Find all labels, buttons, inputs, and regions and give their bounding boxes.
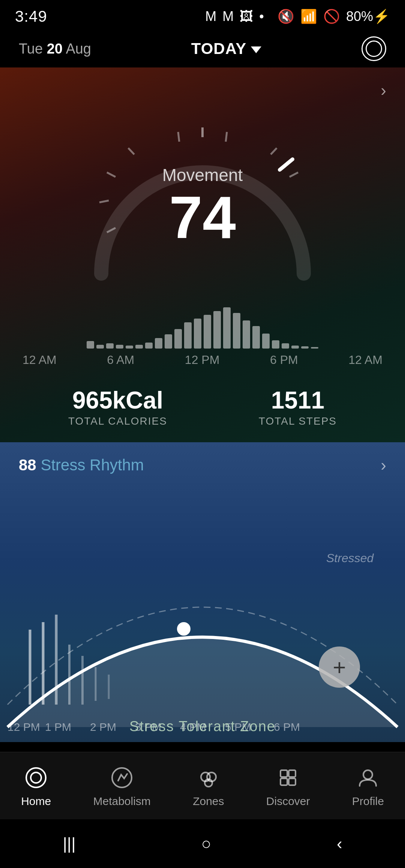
app-header: Tue 20 Aug TODAY <box>0 30 405 67</box>
status-icons: M M 🖼 • 🔇 📶 🚫 80%⚡ <box>205 9 390 24</box>
system-nav: ||| ○ ‹ <box>0 819 405 868</box>
movement-value: 74 <box>169 187 236 247</box>
chevron-down-icon <box>251 46 261 53</box>
nav-metabolism-label: Metabolism <box>93 795 150 808</box>
calories-value: 965kCal <box>68 388 167 412</box>
svg-point-18 <box>177 622 190 636</box>
svg-line-1 <box>99 201 109 202</box>
add-button[interactable]: + <box>319 647 360 688</box>
home-svg <box>25 766 47 789</box>
time-label-12pm: 12 PM <box>185 353 219 367</box>
svg-line-4 <box>178 132 179 142</box>
discover-icon <box>274 764 302 791</box>
profile-avatar-button[interactable] <box>362 36 386 61</box>
chart-time-labels: 12 AM 6 AM 12 PM 6 PM 12 AM <box>0 349 405 367</box>
discover-svg <box>277 766 299 789</box>
chart-bar <box>174 329 182 349</box>
chart-bar <box>243 320 250 349</box>
nav-zones-label: Zones <box>193 795 224 808</box>
chart-bar <box>87 341 94 349</box>
nav-metabolism[interactable]: Metabolism <box>93 764 150 808</box>
chart-bar <box>96 345 104 349</box>
movement-card: › Movement 74 <box>0 67 405 442</box>
svg-rect-34 <box>280 778 287 785</box>
svg-text:2 PM: 2 PM <box>90 721 116 733</box>
svg-line-2 <box>107 172 116 177</box>
nav-discover-label: Discover <box>266 795 310 808</box>
svg-point-26 <box>26 768 46 787</box>
stress-card-arrow[interactable]: › <box>381 456 386 474</box>
avatar-inner <box>366 40 382 57</box>
stress-rhythm-label: Stress Rhythm <box>40 456 144 474</box>
zones-icon <box>195 764 222 791</box>
stress-title: 88 Stress Rhythm <box>19 456 144 474</box>
chart-bar <box>135 345 143 349</box>
bottom-nav: Home Metabolism Zones <box>0 752 405 819</box>
home-icon <box>22 764 50 791</box>
status-time: 3:49 <box>15 7 47 25</box>
steps-value: 1511 <box>259 388 337 412</box>
image-icon: 🖼 <box>240 9 253 24</box>
chart-bars <box>0 292 405 349</box>
svg-text:1 PM: 1 PM <box>45 721 71 733</box>
chart-bar <box>282 343 289 349</box>
stress-chart-area: Stressed 12 PM 1 PM 2 PM 3 PM 4 PM 5 PM … <box>0 487 405 742</box>
time-label-12am-end: 12 AM <box>348 353 382 367</box>
back-button[interactable]: ‹ <box>337 834 342 853</box>
nav-zones[interactable]: Zones <box>193 764 224 808</box>
svg-text:12 PM: 12 PM <box>8 721 40 733</box>
chart-bar <box>106 343 114 349</box>
stress-chart-svg: Stressed 12 PM 1 PM 2 PM 3 PM 4 PM 5 PM … <box>0 487 405 742</box>
stress-header: 88 Stress Rhythm › <box>0 442 405 482</box>
mute-icon: 🔇 <box>278 9 294 24</box>
metabolism-svg <box>111 766 133 789</box>
svg-text:Stressed: Stressed <box>326 551 374 565</box>
recents-button[interactable]: ||| <box>63 834 75 853</box>
profile-icon <box>354 764 381 791</box>
home-button[interactable]: ○ <box>201 834 212 853</box>
notification-dot: • <box>259 9 264 24</box>
today-button[interactable]: TODAY <box>191 40 261 58</box>
battery-level: 80%⚡ <box>346 9 390 24</box>
chart-bar <box>116 345 123 349</box>
chart-bar <box>145 343 153 349</box>
time-label-6am: 6 AM <box>107 353 134 367</box>
svg-line-6 <box>226 132 227 142</box>
movement-label: Movement <box>162 165 243 185</box>
svg-rect-33 <box>289 770 296 777</box>
chart-bar <box>126 346 133 349</box>
stress-zone-label: Stress Tolerant Zone <box>129 718 276 735</box>
calories-label: TOTAL CALORIES <box>68 415 167 427</box>
stress-number: 88 <box>19 456 36 474</box>
chart-bar <box>194 319 201 349</box>
svg-rect-32 <box>280 770 287 777</box>
chart-bar <box>272 340 279 349</box>
add-icon: + <box>333 654 346 680</box>
mail-icon: M <box>205 9 216 24</box>
zones-svg <box>197 766 220 789</box>
chart-bar <box>223 307 231 349</box>
activity-chart: 12 AM 6 AM 12 PM 6 PM 12 AM <box>0 292 405 367</box>
svg-text:6 PM: 6 PM <box>274 721 300 733</box>
time-label-6pm: 6 PM <box>270 353 298 367</box>
svg-point-36 <box>363 770 372 779</box>
chart-bar <box>155 338 162 349</box>
chart-bar <box>165 334 172 349</box>
stress-card: 88 Stress Rhythm › Stressed 12 PM <box>0 442 405 742</box>
movement-card-arrow[interactable]: › <box>381 81 386 100</box>
chart-bar <box>233 313 240 349</box>
chart-bar <box>184 322 192 349</box>
nav-profile[interactable]: Profile <box>352 764 384 808</box>
chart-bar <box>262 334 270 349</box>
mail-icon-2: M <box>222 9 234 24</box>
chart-bar <box>291 346 299 349</box>
nav-profile-label: Profile <box>352 795 384 808</box>
nav-discover[interactable]: Discover <box>266 764 310 808</box>
svg-point-27 <box>31 772 41 783</box>
calories-stat: 965kCal TOTAL CALORIES <box>68 388 167 427</box>
time-label-12am: 12 AM <box>22 353 57 367</box>
day-label: Tue <box>19 41 47 57</box>
chart-bar <box>252 326 260 349</box>
profile-svg <box>357 766 379 789</box>
nav-home[interactable]: Home <box>21 764 51 808</box>
